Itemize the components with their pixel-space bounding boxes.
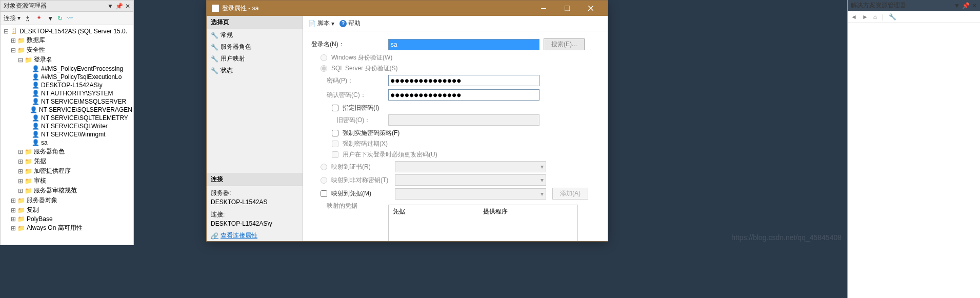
filter-icon[interactable]: ▼ — [47, 15, 53, 22]
tree-login-item[interactable]: 👤NT SERVICE\Winmgmt — [2, 130, 132, 138]
sidebar-page-serverroles[interactable]: 🔧服务器角色 — [207, 41, 303, 53]
collapse-icon[interactable]: ⊟ — [17, 56, 24, 64]
maximize-button[interactable] — [555, 1, 579, 16]
dropdown-icon[interactable]: ▼ — [954, 2, 960, 9]
tree-login-item[interactable]: 👤NT SERVICE\SQLWriter — [2, 122, 132, 130]
expand-icon[interactable]: ⊞ — [17, 177, 24, 185]
expand-icon[interactable]: ⊞ — [10, 225, 17, 232]
tree-credentials[interactable]: ⊞📁凭据 — [2, 156, 132, 166]
folder-icon: 📁 — [24, 187, 32, 194]
minimize-button[interactable] — [532, 1, 555, 16]
solution-toolbar: ◄ ► ⌂ | 🔧 — [848, 11, 980, 23]
tree-server-node[interactable]: ⊟ 🗄 DESKTOP-L1542AS (SQL Server 15.0. — [2, 27, 132, 35]
panel-titlebar: 对象资源管理器 ▼ 📌 ✕ — [1, 1, 133, 12]
expand-icon[interactable]: ⊞ — [10, 207, 17, 214]
tree-label: DESKTOP-L1542AS\y — [41, 82, 103, 89]
tree-databases[interactable]: ⊞ 📁 数据库 — [2, 35, 132, 45]
expand-icon[interactable]: ⊞ — [10, 37, 17, 44]
specify-old-password-checkbox[interactable] — [332, 105, 338, 111]
pin-icon[interactable]: 📌 — [962, 2, 970, 9]
panel-title-controls: ▼ 📌 ✕ — [954, 2, 977, 9]
connection-header: 连接 — [207, 173, 303, 186]
collapse-icon[interactable]: ⊟ — [3, 28, 10, 35]
activity-icon[interactable]: 〰 — [67, 15, 73, 22]
check-label: 强制密码过期(X) — [343, 140, 388, 148]
expand-icon[interactable]: ⊞ — [10, 197, 17, 204]
close-icon[interactable]: ✕ — [972, 2, 977, 9]
login-name-input[interactable] — [388, 39, 539, 50]
tree-server-roles[interactable]: ⊞📁服务器角色 — [2, 147, 132, 156]
confirm-password-label: 确认密码(C)： — [311, 91, 388, 100]
cred-select: ▾ — [395, 188, 546, 200]
expand-icon[interactable]: ⊞ — [17, 158, 24, 165]
tree-label: PolyBase — [27, 215, 53, 223]
server-icon: 🗄 — [10, 28, 18, 35]
dialog-title: 登录属性 - sa — [222, 4, 258, 13]
tree-polybase[interactable]: ⊞📁PolyBase — [2, 215, 132, 223]
tree-login-item[interactable]: 👤NT AUTHORITY\SYSTEM — [2, 89, 132, 97]
tree-login-item-sa[interactable]: 👤sa — [2, 138, 132, 147]
sidebar-page-general[interactable]: 🔧常规 — [207, 29, 303, 41]
map-cred-checkbox[interactable] — [321, 190, 327, 197]
tree-server-objects[interactable]: ⊞📁服务器对象 — [2, 195, 132, 205]
dropdown-icon[interactable]: ▼ — [107, 3, 113, 10]
tree-login-item[interactable]: 👤DESKTOP-L1542AS\y — [2, 81, 132, 89]
dialog-titlebar[interactable]: 登录属性 - sa — [207, 1, 608, 16]
tree-login-item[interactable]: 👤NT SERVICE\SQLSERVERAGEN — [2, 106, 132, 114]
collapse-icon[interactable]: ⊟ — [10, 47, 17, 54]
expand-icon[interactable]: ⊞ — [10, 215, 17, 223]
search-button[interactable]: 搜索(E)... — [544, 38, 585, 50]
tree-login-item[interactable]: 👤##MS_PolicyTsqlExecutionLo — [2, 73, 132, 81]
tree-label: 服务器对象 — [27, 196, 57, 205]
windows-auth-radio-row: Windows 身份验证(W) — [311, 53, 599, 62]
old-password-label: 旧密码(O)： — [311, 116, 388, 125]
disconnect-icon[interactable] — [36, 15, 43, 22]
user-icon: 👤 — [31, 98, 39, 105]
old-password-input — [388, 114, 539, 126]
enforce-policy-checkbox[interactable] — [332, 130, 338, 136]
close-icon[interactable]: ✕ — [125, 3, 130, 10]
help-button[interactable]: ? 帮助 — [339, 19, 361, 28]
close-button[interactable] — [579, 1, 603, 16]
tree-label: 复制 — [27, 206, 39, 214]
confirm-password-input[interactable] — [388, 89, 539, 101]
password-input[interactable] — [388, 75, 539, 86]
script-button[interactable]: 📄 脚本 ▾ — [308, 19, 334, 28]
sidebar-page-usermapping[interactable]: 🔧用户映射 — [207, 53, 303, 65]
pin-icon[interactable]: 📌 — [115, 3, 123, 10]
link-icon: 🔗 — [211, 232, 218, 240]
user-icon: 👤 — [31, 82, 39, 89]
tree-login-item[interactable]: 👤NT SERVICE\MSSQLSERVER — [2, 97, 132, 106]
tree-alwayson[interactable]: ⊞📁Always On 高可用性 — [2, 223, 132, 233]
expand-icon[interactable]: ⊞ — [17, 148, 24, 155]
back-icon[interactable]: ◄ — [851, 13, 857, 21]
specify-old-password-row[interactable]: 指定旧密码(I) — [311, 104, 599, 112]
tree-audits[interactable]: ⊞📁审核 — [2, 176, 132, 186]
view-connection-properties-link[interactable]: 🔗 查看连接属性 — [207, 230, 303, 241]
expand-icon[interactable]: ⊞ — [17, 187, 24, 194]
map-cred-row[interactable]: 映射到凭据(M) ▾ 添加(A) — [311, 188, 599, 200]
tree-server-audit-specs[interactable]: ⊞📁服务器审核规范 — [2, 186, 132, 195]
tree-replication[interactable]: ⊞📁复制 — [2, 205, 132, 215]
tree-login-item[interactable]: 👤NT SERVICE\SQLTELEMETRY — [2, 114, 132, 122]
tree-logins[interactable]: ⊟ 📁 登录名 — [2, 55, 132, 65]
windows-auth-radio — [321, 54, 327, 61]
tree-login-item[interactable]: 👤##MS_PolicyEventProcessing — [2, 65, 132, 73]
plug-icon[interactable] — [25, 15, 32, 22]
wrench-icon: 🔧 — [211, 55, 218, 63]
chevron-down-icon: ▾ — [541, 163, 544, 170]
tree-security[interactable]: ⊟ 📁 安全性 — [2, 45, 132, 55]
sidebar-page-status[interactable]: 🔧状态 — [207, 65, 303, 76]
expand-icon[interactable]: ⊞ — [17, 168, 24, 175]
enforce-policy-row[interactable]: 强制实施密码策略(F) — [311, 129, 599, 137]
dialog-toolbar: 📄 脚本 ▾ ? 帮助 — [303, 16, 608, 31]
connect-dropdown[interactable]: 连接 ▾ — [4, 14, 21, 23]
home-icon[interactable]: ⌂ — [873, 13, 877, 21]
wrench-icon[interactable]: 🔧 — [889, 13, 896, 21]
chevron-down-icon: ▾ — [541, 176, 544, 184]
tree-crypto[interactable]: ⊞📁加密提供程序 — [2, 166, 132, 176]
refresh-icon[interactable]: ↻ — [57, 15, 63, 22]
link-label: 查看连接属性 — [221, 231, 257, 240]
tree-label: 加密提供程序 — [34, 167, 71, 175]
forward-icon[interactable]: ► — [862, 13, 868, 21]
